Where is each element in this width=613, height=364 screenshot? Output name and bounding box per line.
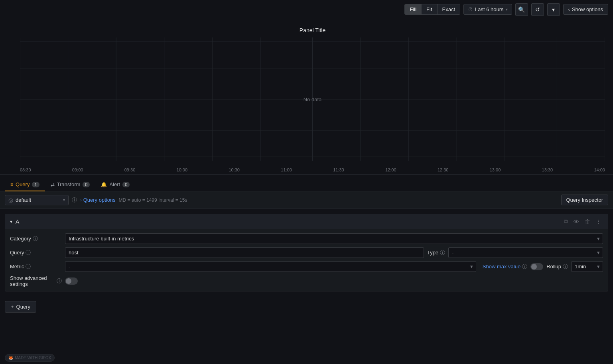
- clock-icon: ⏱: [468, 6, 473, 12]
- alert-tab-count: 0: [122, 182, 130, 187]
- delete-query-button[interactable]: 🗑: [583, 218, 592, 226]
- gifox-label: MADE WITH GIFOX: [15, 356, 51, 360]
- zoom-out-icon: 🔍: [518, 6, 525, 13]
- advanced-settings-row: Show advanced settings ⓘ: [10, 275, 603, 287]
- chart-container: 1.0 0.5 0 -0.5 -1.0 08:30 09:00 09:30 10…: [20, 37, 605, 161]
- gifox-icon: 🦊: [8, 356, 13, 360]
- toggle-visibility-button[interactable]: 👁: [572, 218, 581, 226]
- show-max-value-toggle[interactable]: [530, 263, 543, 270]
- x-label: 09:30: [124, 167, 136, 172]
- rollup-dropdown[interactable]: 1min ▾: [571, 261, 603, 272]
- type-label: Type ⓘ: [427, 249, 445, 256]
- category-info-icon[interactable]: ⓘ: [33, 235, 38, 242]
- category-select[interactable]: Infrastructure built-in metrics: [65, 233, 603, 244]
- query-section-label: A: [16, 218, 19, 225]
- x-label: 08:30: [20, 167, 31, 172]
- query-tab-icon: ≡: [10, 182, 13, 187]
- chart-title: Panel Title: [20, 27, 605, 33]
- metric-info-icon[interactable]: ⓘ: [26, 263, 31, 270]
- type-dropdown[interactable]: - ▾: [448, 247, 603, 258]
- made-with-gifox: 🦊 MADE WITH GIFOX: [5, 354, 55, 362]
- tabs-bar: ≡ Query 1 ⇄ Transform 0 🔔 Alert 0: [0, 175, 613, 191]
- add-query-button[interactable]: + Query: [5, 301, 36, 313]
- category-label-text: Category: [10, 236, 31, 242]
- chevron-down-icon: ▾: [63, 198, 65, 202]
- datasource-selector[interactable]: ◎ default ▾: [5, 195, 69, 205]
- x-label: 13:30: [542, 167, 553, 172]
- show-max-value-label: Show max value ⓘ: [483, 263, 527, 270]
- query-options-label: Query options: [83, 197, 116, 203]
- refresh-button[interactable]: ↺: [531, 3, 544, 16]
- query-section-header: ▾ A ⧉ 👁 🗑 ⋮: [5, 214, 608, 229]
- transform-tab-icon: ⇄: [51, 182, 55, 187]
- copy-query-button[interactable]: ⧉: [562, 217, 570, 226]
- chevron-right-icon: ›: [80, 198, 82, 203]
- tab-transform-label: Transform: [57, 181, 81, 187]
- more-query-button[interactable]: ⋮: [594, 218, 603, 226]
- more-options-button[interactable]: ▾: [547, 3, 560, 16]
- query-label-text: Query: [10, 250, 24, 256]
- rollup-info-icon[interactable]: ⓘ: [563, 263, 568, 270]
- chevron-down-icon: ▾: [552, 6, 555, 13]
- type-select[interactable]: -: [448, 247, 603, 258]
- category-dropdown[interactable]: Infrastructure built-in metrics ▾: [65, 233, 603, 244]
- plus-icon: +: [11, 304, 14, 310]
- footer: 🦊 MADE WITH GIFOX: [0, 352, 59, 364]
- type-label-text: Type: [427, 250, 438, 256]
- x-label: 11:30: [333, 167, 344, 172]
- show-max-value-info-icon[interactable]: ⓘ: [522, 263, 527, 270]
- metric-dropdown[interactable]: - ▾: [65, 261, 476, 272]
- time-range-picker[interactable]: ⏱ Last 6 hours ▾: [463, 4, 512, 15]
- advanced-settings-toggle[interactable]: [65, 277, 78, 285]
- alert-tab-icon: 🔔: [101, 182, 107, 187]
- type-info-icon[interactable]: ⓘ: [440, 249, 445, 256]
- type-section: Type ⓘ - ▾: [427, 247, 603, 258]
- query-fields: Category ⓘ Infrastructure built-in metri…: [5, 229, 608, 291]
- rollup-label-text: Rollup: [546, 264, 561, 270]
- no-data-label: No data: [304, 96, 322, 102]
- zoom-out-button[interactable]: 🔍: [515, 3, 528, 16]
- show-options-button[interactable]: ‹ Show options: [563, 4, 608, 15]
- query-tab-count: 1: [32, 182, 39, 187]
- x-label: 10:30: [229, 167, 240, 172]
- rollup-select[interactable]: 1min: [571, 261, 603, 272]
- fill-button[interactable]: Fill: [405, 4, 422, 14]
- chevron-down-icon: ▾: [506, 7, 508, 12]
- category-row: Category ⓘ Infrastructure built-in metri…: [10, 233, 603, 244]
- refresh-icon: ↺: [535, 6, 540, 13]
- x-label: 09:00: [72, 167, 83, 172]
- show-max-value-text: Show max value: [483, 264, 520, 270]
- query-options-link[interactable]: › Query options: [80, 197, 116, 203]
- fit-button[interactable]: Fit: [422, 4, 437, 14]
- exact-button[interactable]: Exact: [438, 4, 460, 14]
- x-label: 14:00: [594, 167, 605, 172]
- tab-alert[interactable]: 🔔 Alert 0: [95, 178, 135, 191]
- show-options-label: Show options: [572, 6, 603, 12]
- query-actions: ⧉ 👁 🗑 ⋮: [562, 217, 603, 226]
- advanced-settings-text: Show advanced settings: [10, 275, 55, 287]
- add-query-label: Query: [16, 304, 30, 310]
- query-info-icon[interactable]: ⓘ: [26, 249, 31, 256]
- x-label: 13:00: [490, 167, 501, 172]
- chart-area: Panel Title 1.0 0.5 0: [0, 19, 613, 175]
- x-label: 11:00: [281, 167, 292, 172]
- transform-tab-count: 0: [83, 182, 90, 187]
- collapse-button[interactable]: ▾: [10, 219, 12, 224]
- x-label: 12:00: [385, 167, 396, 172]
- metric-label-text: Metric: [10, 264, 24, 270]
- query-options-bar: ◎ default ▾ ⓘ › Query options MD = auto …: [0, 191, 613, 209]
- advanced-settings-info-icon[interactable]: ⓘ: [57, 277, 62, 285]
- time-range-label: Last 6 hours: [475, 6, 504, 12]
- query-inspector-button[interactable]: Query Inspector: [561, 195, 609, 205]
- view-mode-group: Fill Fit Exact: [404, 4, 460, 15]
- tab-alert-label: Alert: [109, 181, 120, 187]
- metric-select[interactable]: -: [65, 261, 476, 272]
- datasource-info-icon[interactable]: ⓘ: [72, 197, 77, 204]
- datasource-label: default: [16, 197, 31, 203]
- rollup-label: Rollup ⓘ: [546, 263, 568, 270]
- query-input[interactable]: [65, 247, 424, 258]
- chevron-left-icon: ‹: [568, 6, 570, 12]
- top-bar: Fill Fit Exact ⏱ Last 6 hours ▾ 🔍 ↺ ▾ ‹ …: [0, 0, 613, 19]
- tab-transform[interactable]: ⇄ Transform 0: [45, 178, 96, 191]
- tab-query[interactable]: ≡ Query 1: [5, 178, 45, 191]
